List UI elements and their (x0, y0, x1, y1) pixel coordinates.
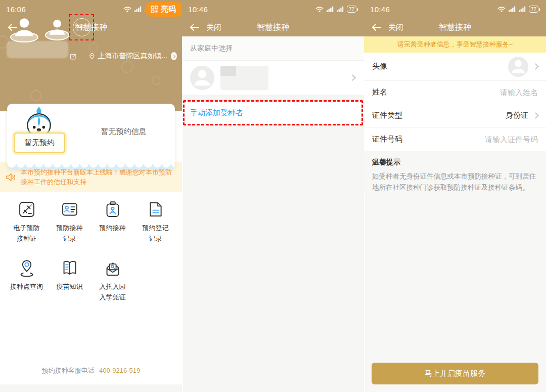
screen-home: 16:06 100 智慧接种 (0, 0, 182, 392)
nav-bar: 关闭 智慧接种 (182, 18, 364, 36)
row-separator (182, 95, 364, 101)
announcement-text: 本市预约接种平台新版本上线啦！感谢您对本市预防接种工作的信任和支持 (21, 167, 174, 187)
cellular-signal-icon (327, 6, 334, 12)
field-label: 头像 (372, 62, 508, 71)
manual-add-row[interactable]: 手动添加受种者 (182, 101, 364, 125)
add-member-button[interactable]: + (73, 18, 91, 36)
blurred-member-name (220, 66, 268, 90)
grid-item-electronic-certificate[interactable]: 电子预防接种证 (5, 200, 48, 244)
service-phone-label: 预约接种客服电话 (42, 367, 95, 374)
grid-label: 电子预防接种证 (14, 223, 40, 244)
family-member-row[interactable] (182, 61, 364, 95)
clinic-location-icon (18, 259, 36, 277)
avatar-placeholder (508, 57, 528, 77)
section-label: 从家庭中选择 (182, 36, 364, 61)
mascot-area: 暂无预约 (7, 104, 72, 169)
nav-bar: 关闭 智慧接种 (364, 18, 546, 36)
grid-label: 预防接种记录 (57, 223, 83, 244)
add-member-highlight: + (69, 14, 94, 40)
start-service-button[interactable]: 马上开启疫苗服务 (372, 363, 538, 384)
avatar-field-row[interactable]: 头像 (364, 53, 546, 81)
location-row[interactable]: 上海市普陀区真如镇... (70, 49, 177, 63)
family-avatars (10, 14, 67, 40)
home-hero: 16:06 100 智慧接种 (0, 0, 182, 111)
blurred-user-name (7, 41, 68, 58)
tips-title: 温馨提示 (372, 158, 538, 167)
avatar[interactable] (45, 16, 67, 38)
location-chevron-icon[interactable] (171, 52, 177, 60)
grid-label: 预约登记记录 (143, 223, 169, 244)
grid-label: 入托入园入学凭证 (100, 281, 126, 302)
grid-label: 预约接种 (100, 223, 126, 233)
wifi-icon (315, 6, 324, 12)
three-screen-collage: 16:06 100 智慧接种 (0, 0, 546, 392)
member-avatar (190, 66, 214, 90)
chevron-right-icon (349, 74, 356, 81)
back-arrow-icon[interactable] (7, 23, 17, 31)
info-banner: 请完善受种者信息，享受智慧接种服务~ (364, 36, 546, 53)
card-scallop-edge (7, 164, 175, 169)
grid-item-vaccination-record[interactable]: 预防接种记录 (48, 200, 91, 244)
service-phone-number[interactable]: 400-9216-519 (99, 367, 140, 374)
battery-level: 77 (531, 7, 536, 12)
wifi-icon (497, 6, 506, 12)
location-pin-icon (89, 52, 95, 60)
id-type-value: 身份证 (506, 111, 528, 120)
no-appointment-sign: 暂无预约 (14, 133, 65, 153)
brighten-code-label: 亮码 (161, 5, 176, 14)
cellular-signal-icon (509, 6, 516, 12)
grid-item-school-certificate[interactable]: 入托入园入学凭证 (91, 259, 134, 302)
wifi-icon (123, 6, 131, 12)
close-button[interactable]: 关闭 (388, 23, 403, 32)
id-number-input[interactable] (452, 135, 538, 144)
grid-label: 接种点查询 (10, 281, 43, 292)
vaccination-record-icon (61, 200, 79, 219)
screen-family-select: 10:46 77 关闭 智慧接种 从家庭中选择 (182, 0, 364, 392)
status-time: 16:06 (6, 5, 26, 14)
speaker-icon (6, 173, 16, 182)
location-text: 上海市普陀区真如镇... (98, 52, 168, 61)
screen-add-recipient: 10:46 77 关闭 智慧接种 请完善受种者信息，享受智慧接种服务~ 头像 (364, 0, 546, 392)
status-bar: 10:46 77 (364, 0, 546, 18)
back-arrow-icon[interactable] (371, 23, 381, 31)
chevron-right-icon (532, 112, 539, 119)
edit-icon[interactable] (70, 52, 77, 61)
grid-label: 疫苗知识 (57, 281, 83, 292)
vaccine-knowledge-icon (61, 259, 79, 277)
service-phone-row: 预约接种客服电话 400-9216-519 (0, 366, 182, 375)
id-type-field-row[interactable]: 证件类型 身份证 (364, 104, 546, 127)
grid-item-clinic-search[interactable]: 接种点查询 (5, 259, 48, 302)
cellular-signal-icon (134, 6, 142, 12)
feature-grid: 电子预防接种证 预防接种记录 (5, 200, 177, 302)
registration-record-icon (147, 200, 165, 219)
field-label: 证件号码 (372, 135, 452, 144)
grid-item-appointment[interactable]: 预约接种 (91, 200, 134, 244)
cellular-signal-icon-2 (519, 6, 526, 12)
field-label: 证件类型 (372, 111, 506, 120)
battery-level: 77 (349, 7, 354, 12)
status-bar: 10:46 77 (182, 0, 364, 18)
chevron-right-icon (532, 63, 539, 70)
manual-add-link[interactable]: 手动添加受种者 (190, 108, 243, 118)
tips-section: 温馨提示 如受种者无身份证件信息或本市预防接种证，可到居住地所在社区接种门诊获取… (364, 151, 546, 193)
name-field-row: 姓名 (364, 81, 546, 104)
field-label: 姓名 (372, 88, 452, 97)
syringe-certificate-icon (18, 200, 36, 219)
battery-icon: 77 (347, 6, 356, 13)
school-certificate-icon (104, 259, 122, 277)
recipient-form: 头像 姓名 证件类型 身份证 证件号码 (364, 53, 546, 151)
appointment-card-section: 暂无预约 暂无预约信息 (0, 104, 182, 162)
back-arrow-icon[interactable] (189, 23, 199, 31)
no-appointment-message: 暂无预约信息 (72, 104, 175, 169)
cellular-signal-icon-2 (337, 6, 344, 12)
qr-code-icon (151, 6, 158, 13)
id-number-field-row: 证件号码 (364, 127, 546, 151)
brighten-code-button[interactable]: 亮码 (145, 2, 182, 17)
status-time: 10:46 (188, 5, 208, 14)
battery-icon: 77 (529, 6, 538, 13)
status-time: 10:46 (370, 5, 390, 14)
name-input[interactable] (452, 88, 538, 97)
grid-item-vaccine-knowledge[interactable]: 疫苗知识 (48, 259, 91, 302)
grid-item-registration-record[interactable]: 预约登记记录 (134, 200, 177, 244)
close-button[interactable]: 关闭 (206, 23, 221, 32)
